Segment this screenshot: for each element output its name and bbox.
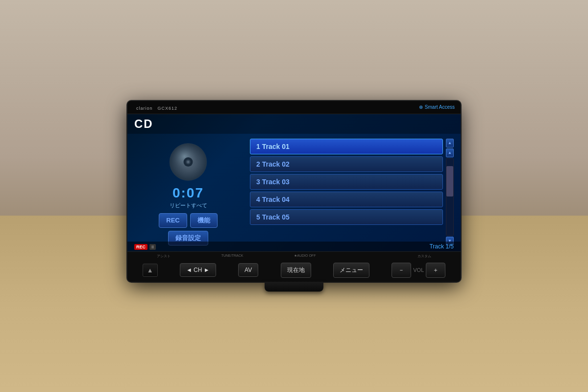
vol-label: VOL bbox=[413, 267, 424, 273]
left-panel: 0:07 リピートすべて REC 機能 録音設定 bbox=[134, 139, 242, 245]
screen-content: 0:07 リピートすべて REC 機能 録音設定 bbox=[127, 134, 461, 250]
scrollbar-area: ▲ ▲ ▼ bbox=[446, 139, 454, 245]
function-button[interactable]: 機能 bbox=[190, 213, 218, 228]
smart-access-icon: ⊕ bbox=[419, 104, 423, 110]
cd-disc-graphic bbox=[164, 143, 213, 181]
source-label: CD bbox=[134, 117, 153, 131]
ctrl-label-tune: TUNE/TRACK bbox=[221, 254, 244, 259]
svg-point-4 bbox=[187, 161, 190, 163]
ctrl-label-custom: カスタム bbox=[417, 254, 431, 259]
track-item[interactable]: 3 Track 03 bbox=[250, 174, 443, 190]
track-item[interactable]: 5 Track 05 bbox=[250, 209, 443, 225]
track-list: 1 Track 01 2 Track 02 3 Track 03 4 Track… bbox=[250, 139, 443, 245]
track-status: Track 1/5 bbox=[429, 243, 454, 250]
right-panel: 1 Track 01 2 Track 02 3 Track 03 4 Track… bbox=[250, 139, 454, 245]
main-screen: CD bbox=[127, 114, 461, 251]
track-title: Track 01 bbox=[262, 143, 290, 150]
status-bar: REC II Track 1/5 bbox=[127, 242, 461, 251]
ch-button[interactable]: ◄ CH ► bbox=[180, 263, 216, 277]
scroll-track bbox=[446, 158, 454, 236]
time-display: 0:07 bbox=[170, 185, 207, 201]
scroll-up-button[interactable]: ▲ bbox=[446, 139, 454, 147]
screen-header: CD bbox=[127, 114, 461, 134]
ctrl-label-assist: アシスト bbox=[157, 254, 171, 259]
btn-row-1: REC 機能 bbox=[159, 213, 217, 228]
track-item[interactable]: 2 Track 02 bbox=[250, 156, 443, 172]
track-title: Track 04 bbox=[262, 196, 290, 203]
clarion-device: clarion GCX612 ⊕ Smart Access CD bbox=[127, 101, 461, 282]
ctrl-label-audio: ★AUDIO OFF bbox=[294, 254, 316, 259]
track-item[interactable]: 4 Track 04 bbox=[250, 192, 443, 207]
top-bar: clarion GCX612 ⊕ Smart Access bbox=[127, 101, 461, 114]
device-wrapper: clarion GCX612 ⊕ Smart Access CD bbox=[127, 101, 461, 292]
control-labels: アシスト TUNE/TRACK ★AUDIO OFF カスタム bbox=[131, 254, 457, 259]
time-repeat-area: 0:07 リピートすべて bbox=[170, 185, 207, 209]
track-number: 3 bbox=[256, 178, 262, 186]
track-title: Track 03 bbox=[262, 178, 290, 186]
track-number: 5 bbox=[256, 213, 262, 221]
av-button[interactable]: AV bbox=[238, 263, 258, 277]
scroll-thumb[interactable] bbox=[446, 166, 453, 196]
brand-name: clarion GCX612 bbox=[133, 105, 177, 111]
eject-button[interactable]: ▲ bbox=[143, 264, 158, 277]
smart-access-logo: ⊕ Smart Access bbox=[419, 104, 455, 110]
control-bar: アシスト TUNE/TRACK ★AUDIO OFF カスタム ▲ ◄ CH ►… bbox=[127, 251, 461, 282]
track-title: Track 02 bbox=[262, 160, 290, 168]
vol-group: － VOL ＋ bbox=[392, 263, 445, 278]
rec-badge: REC bbox=[134, 244, 147, 250]
track-item[interactable]: 1 Track 01 bbox=[250, 139, 443, 154]
brand-info: clarion GCX612 bbox=[133, 103, 177, 112]
control-buttons: ▲ ◄ CH ► AV 現在地 メニュー － VOL ＋ bbox=[131, 260, 457, 281]
scroll-up-small-button[interactable]: ▲ bbox=[446, 148, 454, 157]
track-number: 4 bbox=[256, 196, 262, 203]
device-stand bbox=[265, 282, 323, 292]
track-number: 2 bbox=[256, 160, 262, 168]
track-number: 1 bbox=[256, 143, 262, 150]
repeat-text: リピートすべて bbox=[170, 202, 207, 209]
track-title: Track 05 bbox=[262, 213, 290, 221]
vol-down-button[interactable]: － bbox=[392, 263, 411, 278]
pause-badge: II bbox=[149, 244, 156, 250]
bottom-buttons: REC 機能 録音設定 bbox=[134, 213, 242, 245]
vol-up-button[interactable]: ＋ bbox=[426, 263, 445, 278]
menu-button[interactable]: メニュー bbox=[333, 263, 369, 278]
rec-indicator: REC II bbox=[134, 244, 156, 250]
rec-button[interactable]: REC bbox=[159, 213, 187, 228]
current-location-button[interactable]: 現在地 bbox=[281, 263, 311, 278]
